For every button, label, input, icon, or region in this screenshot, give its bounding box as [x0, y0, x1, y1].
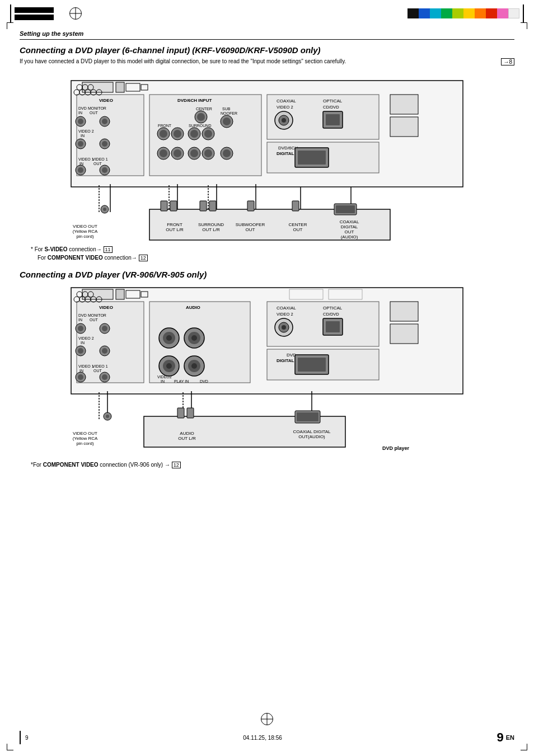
svg-point-94 [103, 208, 106, 211]
svg-text:VIDEO 2: VIDEO 2 [277, 312, 293, 317]
svg-rect-177 [82, 289, 113, 299]
svg-rect-102 [336, 205, 355, 213]
svg-rect-171 [326, 321, 340, 332]
svg-rect-120 [77, 302, 144, 383]
svg-point-151 [191, 335, 197, 341]
svg-point-61 [282, 118, 286, 123]
svg-rect-96 [170, 201, 177, 211]
svg-text:OUT L/R: OUT L/R [178, 436, 196, 441]
svg-text:COAXIAL: COAXIAL [277, 306, 296, 311]
svg-text:(AUDIO): (AUDIO) [341, 234, 358, 240]
footnote-2c: connection (VR-906 only) → [100, 462, 170, 468]
svg-text:OUT: OUT [246, 227, 255, 232]
svg-point-154 [166, 363, 172, 369]
svg-text:SURROUND: SURROUND [189, 124, 211, 128]
svg-point-32 [160, 130, 167, 138]
corner-mark-top-left [7, 22, 13, 29]
footnote-2b: COMPONENT VIDEO [43, 462, 99, 468]
svg-text:COAXIAL: COAXIAL [277, 98, 296, 104]
svg-point-16 [102, 141, 107, 147]
svg-text:MONITOR: MONITOR [88, 313, 106, 317]
svg-text:OUT L/R: OUT L/R [166, 227, 184, 232]
svg-text:IN: IN [78, 111, 82, 115]
footnote-1f: For [38, 255, 48, 261]
page-footer: 9 04.11.25, 18:56 9 EN [0, 730, 534, 745]
crosshair-circle-bottom [261, 713, 273, 725]
corner-mark-top-right [521, 22, 527, 29]
svg-text:PLAY IN: PLAY IN [174, 379, 189, 383]
svg-rect-178 [116, 289, 124, 299]
svg-text:OUT: OUT [90, 318, 99, 322]
svg-text:COAXIAL: COAXIAL [340, 219, 359, 224]
divider-line-1 [20, 39, 514, 40]
page-number-badge: 9 [496, 730, 503, 745]
svg-text:VIDEO 1: VIDEO 1 [78, 157, 94, 161]
svg-rect-190 [390, 324, 418, 344]
svg-text:OPTICAL: OPTICAL [323, 306, 343, 311]
top-right-marks [407, 4, 524, 22]
svg-point-53 [223, 149, 231, 157]
svg-text:VIDEO 2: VIDEO 2 [78, 129, 94, 133]
svg-text:VIDEO 2: VIDEO 2 [78, 336, 94, 340]
svg-text:VIDEO 1: VIDEO 1 [78, 364, 94, 368]
footnote-2a: *For [31, 462, 43, 468]
svg-text:IN: IN [161, 379, 165, 383]
svg-rect-176 [298, 358, 326, 372]
svg-rect-1 [77, 95, 144, 176]
section-label: Setting up the system [20, 30, 514, 37]
diagram-svg-2: VIDEO DVD IN MONITOR OUT VIDEO 2 IN VIDE… [26, 285, 508, 458]
svg-text:SUBWOOFER: SUBWOOFER [236, 222, 265, 227]
footnote-1e: For COMPONENT VIDEO connection→ 12 [38, 255, 514, 261]
svg-point-39 [204, 130, 212, 138]
svg-text:SUB: SUB [222, 107, 231, 111]
svg-rect-201 [177, 408, 184, 418]
svg-text:DVD player: DVD player [382, 445, 410, 451]
svg-point-125 [78, 326, 83, 331]
section-title-1: Connecting a DVD player (6-channel input… [20, 45, 514, 55]
svg-text:pin cord): pin cord) [76, 234, 93, 239]
top-left-marks [10, 4, 82, 22]
svg-text:DVD: DVD [200, 379, 208, 383]
svg-text:SURROUND: SURROUND [198, 222, 224, 227]
svg-text:CD/DVD: CD/DVD [323, 312, 339, 317]
svg-text:DIGITAL: DIGITAL [341, 224, 358, 229]
page-ref-1: →8 [501, 58, 514, 65]
svg-rect-82 [390, 117, 418, 137]
svg-point-157 [191, 363, 197, 369]
svg-text:OUT(AUDIO): OUT(AUDIO) [298, 434, 325, 439]
section-title-2: Connecting a DVD player (VR-906/VR-905 o… [20, 270, 514, 279]
svg-rect-95 [161, 201, 167, 211]
svg-text:CENTER: CENTER [196, 107, 212, 111]
svg-rect-99 [247, 201, 254, 211]
footnote-1: * For S-VIDEO connection→ 11 [31, 246, 514, 252]
svg-text:VIDEO: VIDEO [99, 98, 113, 103]
content-area: Setting up the system Connecting a DVD p… [0, 25, 534, 488]
footnote-1g: COMPONENT VIDEO [48, 255, 103, 261]
svg-point-24 [102, 167, 107, 173]
svg-text:OUT L/R: OUT L/R [202, 227, 220, 232]
svg-point-29 [197, 113, 205, 121]
svg-text:DVD: DVD [78, 106, 87, 110]
footnote-1d: 11 [104, 246, 113, 253]
svg-text:CD/DVD: CD/DVD [323, 105, 339, 110]
svg-text:VIDEO OUT: VIDEO OUT [73, 224, 97, 229]
svg-text:COAXIAL DIGITAL: COAXIAL DIGITAL [293, 429, 331, 434]
svg-text:IN: IN [81, 341, 85, 345]
svg-text:DVD: DVD [78, 313, 87, 317]
svg-rect-81 [390, 95, 418, 114]
svg-point-37 [190, 130, 198, 138]
svg-point-10 [102, 119, 107, 124]
svg-point-148 [166, 335, 172, 341]
diagram-1: VIDEO DVD IN MONITOR OUT VIDEO 2 IN [20, 78, 514, 243]
svg-point-49 [190, 149, 198, 157]
svg-text:VIDEO 2: VIDEO 2 [277, 105, 293, 110]
svg-text:VIDEO 1: VIDEO 1 [92, 364, 108, 368]
svg-point-133 [78, 348, 83, 354]
svg-rect-69 [82, 82, 113, 92]
svg-text:VIDEO: VIDEO [99, 305, 113, 310]
svg-point-51 [204, 149, 212, 157]
svg-point-45 [160, 149, 167, 157]
svg-text:NOOFER: NOOFER [221, 111, 237, 115]
svg-rect-70 [116, 82, 124, 92]
svg-text:AUDIO: AUDIO [186, 305, 200, 310]
